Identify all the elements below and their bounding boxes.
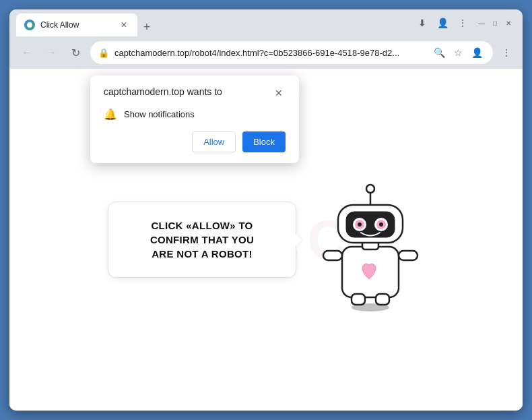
window-actions: ⬇ 👤 ⋮: [413, 14, 471, 32]
svg-rect-15: [352, 294, 365, 305]
block-button[interactable]: Block: [242, 131, 286, 152]
address-bar: ← → ↻ 🔒 captchamodern.top/robot4/index.h…: [9, 36, 523, 69]
active-tab[interactable]: Click Allow ✕: [16, 13, 137, 36]
profile-icon[interactable]: 👤: [469, 44, 485, 61]
menu-icon[interactable]: ⋮: [454, 14, 471, 32]
svg-point-9: [358, 222, 362, 227]
url-text: captchamodern.top/robot4/index.html?c=0b…: [114, 48, 426, 58]
tab-favicon: [24, 20, 35, 30]
notification-label: Show notifications: [124, 109, 195, 119]
permission-popup: captchamodern.top wants to ✕ 🔔 Show noti…: [90, 76, 299, 163]
url-bar[interactable]: 🔒 captchamodern.top/robot4/index.html?c=…: [90, 41, 493, 64]
speech-bubble: CLICK «ALLOW» TO CONFIRM THAT YOU ARE NO…: [108, 202, 296, 278]
toolbar-actions: ⋮: [498, 44, 514, 61]
svg-rect-16: [376, 294, 389, 305]
popup-header: captchamodern.top wants to ✕: [104, 86, 286, 100]
more-options-icon[interactable]: ⋮: [498, 44, 514, 61]
minimize-button[interactable]: —: [477, 18, 486, 28]
refresh-button[interactable]: ↻: [66, 43, 85, 62]
bookmark-star-icon[interactable]: ☆: [450, 44, 466, 61]
back-button[interactable]: ←: [18, 43, 36, 62]
tab-close-button[interactable]: ✕: [119, 20, 129, 30]
page-content: RISK.CO captchamodern.top wants to ✕ 🔔 S…: [9, 69, 523, 411]
svg-rect-14: [399, 251, 418, 260]
svg-rect-13: [323, 251, 342, 260]
allow-button[interactable]: Allow: [192, 131, 236, 152]
close-button[interactable]: ✕: [504, 18, 513, 28]
forward-button[interactable]: →: [42, 43, 61, 62]
lock-icon: 🔒: [98, 48, 109, 58]
search-icon[interactable]: 🔍: [431, 44, 447, 61]
new-tab-button[interactable]: +: [137, 18, 156, 36]
bell-icon: 🔔: [104, 108, 117, 121]
popup-close-button[interactable]: ✕: [272, 86, 286, 100]
svg-point-10: [379, 222, 383, 227]
url-actions: 🔍 ☆ 👤: [431, 44, 485, 61]
popup-notification-row: 🔔 Show notifications: [104, 108, 286, 121]
svg-point-12: [366, 185, 374, 193]
download-icon[interactable]: ⬇: [413, 14, 431, 32]
robot-illustration: [317, 166, 424, 314]
maximize-button[interactable]: □: [490, 18, 500, 28]
captcha-text: CLICK «ALLOW» TO CONFIRM THAT YOU ARE NO…: [130, 218, 274, 261]
captcha-container: CLICK «ALLOW» TO CONFIRM THAT YOU ARE NO…: [81, 139, 451, 341]
popup-title: captchamodern.top wants to: [104, 86, 222, 97]
title-bar: Click Allow ✕ + ⬇ 👤 ⋮ — □ ✕: [9, 9, 523, 36]
tab-title: Click Allow: [40, 20, 113, 30]
profile-icon[interactable]: 👤: [434, 14, 451, 32]
popup-buttons: Allow Block: [104, 131, 286, 152]
window-controls: — □ ✕: [477, 18, 513, 28]
robot-container: [317, 166, 424, 314]
browser-window: Click Allow ✕ + ⬇ 👤 ⋮ — □ ✕ ← → ↻ 🔒 capt…: [9, 9, 523, 411]
tab-strip: Click Allow ✕ +: [16, 9, 408, 36]
